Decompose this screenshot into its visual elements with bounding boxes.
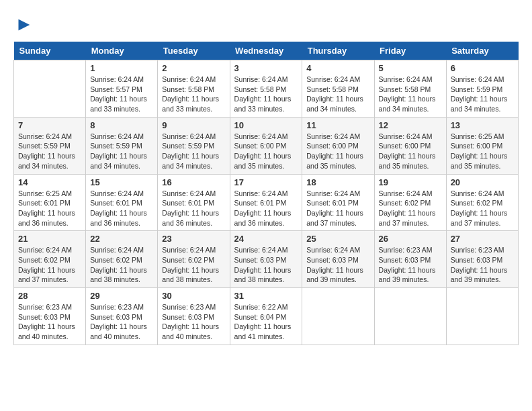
day-number: 16: [162, 177, 225, 187]
day-info: Sunrise: 6:23 AM Sunset: 6:03 PM Dayligh…: [18, 302, 81, 342]
table-row: 6Sunrise: 6:24 AM Sunset: 5:59 PM Daylig…: [446, 60, 518, 118]
table-row: 28Sunrise: 6:23 AM Sunset: 6:03 PM Dayli…: [14, 288, 86, 345]
calendar-week-row: 28Sunrise: 6:23 AM Sunset: 6:03 PM Dayli…: [14, 288, 519, 345]
table-row: 7Sunrise: 6:24 AM Sunset: 5:59 PM Daylig…: [14, 117, 86, 174]
day-info: Sunrise: 6:24 AM Sunset: 6:00 PM Dayligh…: [306, 132, 369, 171]
day-info: Sunrise: 6:24 AM Sunset: 6:02 PM Dayligh…: [18, 245, 81, 285]
table-row: 13Sunrise: 6:25 AM Sunset: 6:00 PM Dayli…: [446, 117, 518, 174]
day-number: 27: [451, 234, 514, 244]
table-row: 18Sunrise: 6:24 AM Sunset: 6:01 PM Dayli…: [302, 174, 374, 231]
table-row: 21Sunrise: 6:24 AM Sunset: 6:02 PM Dayli…: [14, 231, 86, 288]
table-row: 31Sunrise: 6:22 AM Sunset: 6:04 PM Dayli…: [230, 288, 302, 345]
table-row: 8Sunrise: 6:24 AM Sunset: 5:59 PM Daylig…: [86, 117, 158, 174]
table-row: 26Sunrise: 6:23 AM Sunset: 6:03 PM Dayli…: [374, 231, 446, 288]
day-number: 20: [451, 177, 514, 187]
table-row: 2Sunrise: 6:24 AM Sunset: 5:58 PM Daylig…: [158, 60, 230, 118]
logo-bird-icon: ►: [15, 13, 34, 35]
calendar-week-row: 1Sunrise: 6:24 AM Sunset: 5:57 PM Daylig…: [14, 60, 519, 118]
day-number: 24: [234, 234, 298, 244]
day-info: Sunrise: 6:24 AM Sunset: 6:00 PM Dayligh…: [379, 132, 442, 171]
day-number: 18: [306, 177, 369, 187]
day-info: Sunrise: 6:24 AM Sunset: 6:00 PM Dayligh…: [234, 132, 298, 171]
table-row: 9Sunrise: 6:24 AM Sunset: 5:59 PM Daylig…: [158, 117, 230, 174]
day-info: Sunrise: 6:23 AM Sunset: 6:03 PM Dayligh…: [90, 302, 153, 342]
day-info: Sunrise: 6:23 AM Sunset: 6:03 PM Dayligh…: [162, 302, 225, 342]
calendar-week-row: 14Sunrise: 6:25 AM Sunset: 6:01 PM Dayli…: [14, 174, 519, 231]
day-number: 30: [162, 291, 225, 301]
day-number: 12: [379, 120, 442, 130]
day-info: Sunrise: 6:24 AM Sunset: 6:02 PM Dayligh…: [451, 189, 514, 228]
day-info: Sunrise: 6:25 AM Sunset: 6:01 PM Dayligh…: [18, 189, 81, 228]
table-row: 4Sunrise: 6:24 AM Sunset: 5:58 PM Daylig…: [302, 60, 374, 118]
table-row: 23Sunrise: 6:24 AM Sunset: 6:02 PM Dayli…: [158, 231, 230, 288]
header-friday: Friday: [374, 42, 446, 60]
day-number: 15: [90, 177, 153, 187]
day-number: 7: [18, 120, 81, 130]
day-number: 25: [306, 234, 369, 244]
day-number: 13: [451, 120, 514, 130]
day-number: 4: [306, 63, 369, 73]
day-info: Sunrise: 6:22 AM Sunset: 6:04 PM Dayligh…: [234, 302, 298, 342]
day-info: Sunrise: 6:24 AM Sunset: 6:02 PM Dayligh…: [90, 245, 153, 285]
day-info: Sunrise: 6:24 AM Sunset: 6:02 PM Dayligh…: [162, 245, 225, 285]
day-number: 5: [379, 63, 442, 73]
logo: ►: [13, 13, 34, 35]
calendar-week-row: 7Sunrise: 6:24 AM Sunset: 5:59 PM Daylig…: [14, 117, 519, 174]
table-row: 15Sunrise: 6:24 AM Sunset: 6:01 PM Dayli…: [86, 174, 158, 231]
table-row: [302, 288, 374, 345]
day-info: Sunrise: 6:24 AM Sunset: 5:59 PM Dayligh…: [162, 132, 225, 171]
day-number: 22: [90, 234, 153, 244]
day-number: 8: [90, 120, 153, 130]
header-sunday: Sunday: [14, 42, 86, 60]
day-info: Sunrise: 6:25 AM Sunset: 6:00 PM Dayligh…: [451, 132, 514, 171]
table-row: 20Sunrise: 6:24 AM Sunset: 6:02 PM Dayli…: [446, 174, 518, 231]
table-row: 10Sunrise: 6:24 AM Sunset: 6:00 PM Dayli…: [230, 117, 302, 174]
day-number: 17: [234, 177, 298, 187]
header-tuesday: Tuesday: [158, 42, 230, 60]
day-number: 9: [162, 120, 225, 130]
header-monday: Monday: [86, 42, 158, 60]
day-info: Sunrise: 6:24 AM Sunset: 5:58 PM Dayligh…: [234, 75, 298, 114]
table-row: 11Sunrise: 6:24 AM Sunset: 6:00 PM Dayli…: [302, 117, 374, 174]
day-number: 26: [379, 234, 442, 244]
table-row: 25Sunrise: 6:24 AM Sunset: 6:03 PM Dayli…: [302, 231, 374, 288]
day-info: Sunrise: 6:24 AM Sunset: 6:03 PM Dayligh…: [306, 245, 369, 285]
day-number: 23: [162, 234, 225, 244]
day-info: Sunrise: 6:24 AM Sunset: 5:57 PM Dayligh…: [90, 75, 153, 114]
day-info: Sunrise: 6:24 AM Sunset: 6:01 PM Dayligh…: [162, 189, 225, 228]
day-info: Sunrise: 6:24 AM Sunset: 6:01 PM Dayligh…: [306, 189, 369, 228]
day-info: Sunrise: 6:24 AM Sunset: 5:59 PM Dayligh…: [18, 132, 81, 171]
day-number: 28: [18, 291, 81, 301]
table-row: [374, 288, 446, 345]
days-header-row: Sunday Monday Tuesday Wednesday Thursday…: [14, 42, 519, 60]
day-info: Sunrise: 6:24 AM Sunset: 5:59 PM Dayligh…: [451, 75, 514, 114]
day-info: Sunrise: 6:24 AM Sunset: 6:01 PM Dayligh…: [234, 189, 298, 228]
day-number: 10: [234, 120, 298, 130]
day-info: Sunrise: 6:24 AM Sunset: 6:02 PM Dayligh…: [379, 189, 442, 228]
day-number: 14: [18, 177, 81, 187]
day-info: Sunrise: 6:23 AM Sunset: 6:03 PM Dayligh…: [451, 245, 514, 285]
day-info: Sunrise: 6:24 AM Sunset: 5:58 PM Dayligh…: [379, 75, 442, 114]
day-number: 2: [162, 63, 225, 73]
day-number: 29: [90, 291, 153, 301]
table-row: 12Sunrise: 6:24 AM Sunset: 6:00 PM Dayli…: [374, 117, 446, 174]
day-number: 21: [18, 234, 81, 244]
table-row: 24Sunrise: 6:24 AM Sunset: 6:03 PM Dayli…: [230, 231, 302, 288]
table-row: 27Sunrise: 6:23 AM Sunset: 6:03 PM Dayli…: [446, 231, 518, 288]
day-info: Sunrise: 6:24 AM Sunset: 6:03 PM Dayligh…: [234, 245, 298, 285]
day-info: Sunrise: 6:24 AM Sunset: 6:01 PM Dayligh…: [90, 189, 153, 228]
table-row: 30Sunrise: 6:23 AM Sunset: 6:03 PM Dayli…: [158, 288, 230, 345]
table-row: 14Sunrise: 6:25 AM Sunset: 6:01 PM Dayli…: [14, 174, 86, 231]
header-wednesday: Wednesday: [230, 42, 302, 60]
day-number: 11: [306, 120, 369, 130]
table-row: 5Sunrise: 6:24 AM Sunset: 5:58 PM Daylig…: [374, 60, 446, 118]
day-number: 31: [234, 291, 298, 301]
table-row: 16Sunrise: 6:24 AM Sunset: 6:01 PM Dayli…: [158, 174, 230, 231]
day-info: Sunrise: 6:24 AM Sunset: 5:58 PM Dayligh…: [306, 75, 369, 114]
page-container: ► Sunday Monday Tuesday Wednesday Thursd…: [13, 13, 519, 345]
calendar-table: Sunday Monday Tuesday Wednesday Thursday…: [13, 42, 519, 345]
day-info: Sunrise: 6:24 AM Sunset: 5:58 PM Dayligh…: [162, 75, 225, 114]
table-row: 22Sunrise: 6:24 AM Sunset: 6:02 PM Dayli…: [86, 231, 158, 288]
header-saturday: Saturday: [446, 42, 518, 60]
table-row: 29Sunrise: 6:23 AM Sunset: 6:03 PM Dayli…: [86, 288, 158, 345]
